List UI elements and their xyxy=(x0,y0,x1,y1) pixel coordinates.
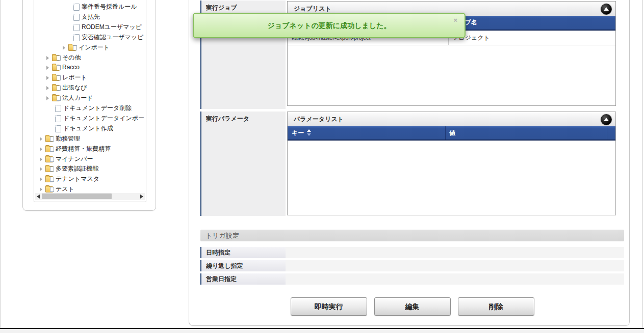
trigger-row-repeat: 繰り返し指定 xyxy=(200,260,624,271)
collapse-button[interactable] xyxy=(601,114,612,125)
tree-item[interactable]: 勤務管理 xyxy=(34,134,146,144)
tree-item-label: その他 xyxy=(62,53,81,63)
tree-item-label: 案件番号採番ルール xyxy=(82,2,137,12)
repeat-value xyxy=(286,260,624,271)
edit-button[interactable]: 編集 xyxy=(374,297,451,316)
document-icon xyxy=(73,14,80,21)
collapse-button[interactable] xyxy=(601,4,612,15)
document-icon xyxy=(73,4,80,11)
document-icon xyxy=(55,115,61,122)
folder-icon xyxy=(52,85,60,91)
folder-icon xyxy=(45,176,53,182)
folder-icon xyxy=(52,75,60,81)
tree-item-label: RODEMユーザマッピ xyxy=(82,22,142,32)
trigger-settings-section-header: トリガ設定 xyxy=(200,230,624,241)
tree-item-label: 支払先 xyxy=(82,12,100,22)
expand-arrow-icon[interactable] xyxy=(46,56,49,60)
tree-item-label: 出張なび xyxy=(62,83,87,93)
tree-item[interactable]: Racco xyxy=(34,63,146,72)
expand-arrow-icon[interactable] xyxy=(40,137,42,141)
scroll-right-arrow-icon[interactable] xyxy=(140,195,143,199)
column-divider xyxy=(607,126,607,140)
close-icon[interactable]: × xyxy=(453,17,457,23)
tree-item[interactable]: ドキュメントデータ削除 xyxy=(34,103,146,113)
tree-item[interactable]: 出張なび xyxy=(34,83,146,93)
tree-item[interactable]: ドキュメント作成 xyxy=(34,124,146,133)
trigger-row-datetime: 日時指定 xyxy=(200,247,624,258)
success-toast: ジョブネットの更新に成功しました。 × xyxy=(193,13,466,38)
tree-item-label: Racco xyxy=(62,63,80,72)
tree-item[interactable]: テナントマスタ xyxy=(34,174,146,184)
window-right-border xyxy=(642,0,643,328)
tree-item-label: 安否確認ユーザマッピ xyxy=(82,33,143,42)
expand-arrow-icon[interactable] xyxy=(40,147,42,151)
document-icon xyxy=(73,24,80,31)
tree-item-label: 多要素認証機能 xyxy=(56,164,98,174)
parameter-table-header: キー 値 xyxy=(288,126,615,141)
expand-arrow-icon[interactable] xyxy=(40,177,42,181)
expand-arrow-icon[interactable] xyxy=(46,96,49,100)
tree-item[interactable]: 法人カード xyxy=(34,93,146,103)
scrollbar-thumb[interactable] xyxy=(42,193,112,199)
businessday-label: 営業日指定 xyxy=(200,273,286,285)
jobnet-detail-panel: 実行ジョブ ジョブリスト ジョブ名 kaikei-job-master-expo… xyxy=(189,0,630,326)
column-divider xyxy=(445,126,446,140)
datetime-value xyxy=(286,247,624,258)
folder-icon xyxy=(45,156,53,162)
tree-item[interactable]: インポート xyxy=(34,43,146,52)
businessday-value xyxy=(286,273,624,285)
expand-arrow-icon[interactable] xyxy=(40,167,42,171)
tree-item-label: 経費精算・旅費精算 xyxy=(56,144,111,154)
tree-item-label: レポート xyxy=(62,73,87,82)
parameter-list-widget: パラメータリスト キー 値 xyxy=(287,112,616,215)
expand-arrow-icon[interactable] xyxy=(63,46,65,50)
expand-arrow-icon[interactable] xyxy=(46,66,49,70)
toast-message: ジョブネットの更新に成功しました。 xyxy=(194,14,465,37)
tree-item[interactable]: 支払先 xyxy=(34,12,146,22)
page: 案件番号採番ルール支払先RODEMユーザマッピ安否確認ユーザマッピインポートその… xyxy=(0,0,644,333)
tree-item-label: テナントマスタ xyxy=(56,174,99,184)
parameter-list-header: パラメータリスト xyxy=(288,112,615,127)
tree-item[interactable]: ドキュメントデータインポー xyxy=(34,114,146,123)
tree-horizontal-scrollbar[interactable] xyxy=(35,193,145,200)
action-buttons: 即時実行 編集 削除 xyxy=(200,297,624,316)
folder-icon xyxy=(45,166,53,172)
window-bottom-pad xyxy=(0,329,644,333)
folder-icon xyxy=(68,45,76,51)
tree-item[interactable]: レポート xyxy=(34,73,146,82)
exec-param-label: 実行パラメータ xyxy=(200,112,286,216)
document-icon xyxy=(55,125,61,132)
tree-item[interactable]: RODEMユーザマッピ xyxy=(34,22,146,32)
tree-item[interactable]: その他 xyxy=(34,53,146,63)
tree-item[interactable]: 案件番号採番ルール xyxy=(34,2,146,12)
expand-arrow-icon[interactable] xyxy=(46,76,49,80)
menu-tree: 案件番号採番ルール支払先RODEMユーザマッピ安否確認ユーザマッピインポートその… xyxy=(34,0,146,202)
run-now-button[interactable]: 即時実行 xyxy=(291,297,367,316)
repeat-label: 繰り返し指定 xyxy=(200,260,286,271)
tree-item[interactable]: 多要素認証機能 xyxy=(34,164,146,174)
tree-item[interactable]: 安否確認ユーザマッピ xyxy=(34,33,146,42)
key-column-header[interactable]: キー xyxy=(292,126,312,140)
tree-item-label: 勤務管理 xyxy=(56,134,80,144)
tree-item-label: ドキュメントデータインポー xyxy=(63,114,144,123)
sort-icon[interactable] xyxy=(307,129,312,136)
folder-icon xyxy=(52,65,60,71)
trigger-row-businessday: 営業日指定 xyxy=(200,273,624,285)
expand-arrow-icon[interactable] xyxy=(46,86,49,90)
folder-icon xyxy=(45,136,53,142)
scroll-left-arrow-icon[interactable] xyxy=(37,195,40,199)
expand-arrow-icon[interactable] xyxy=(40,157,42,161)
folder-icon xyxy=(45,186,53,192)
folder-icon xyxy=(45,146,53,152)
tree-item[interactable]: 経費精算・旅費精算 xyxy=(34,144,146,154)
folder-icon xyxy=(52,95,60,101)
window-left-border xyxy=(0,0,1,328)
delete-button[interactable]: 削除 xyxy=(458,297,534,316)
expand-arrow-icon[interactable] xyxy=(40,187,42,191)
tree-item-label: インポート xyxy=(79,43,110,52)
tree-item-label: ドキュメント作成 xyxy=(63,124,113,133)
tree-item-label: ドキュメントデータ削除 xyxy=(63,103,132,113)
document-icon xyxy=(55,105,61,112)
tree-item[interactable]: マイナンバー xyxy=(34,154,146,164)
value-column-header: 値 xyxy=(449,126,455,140)
